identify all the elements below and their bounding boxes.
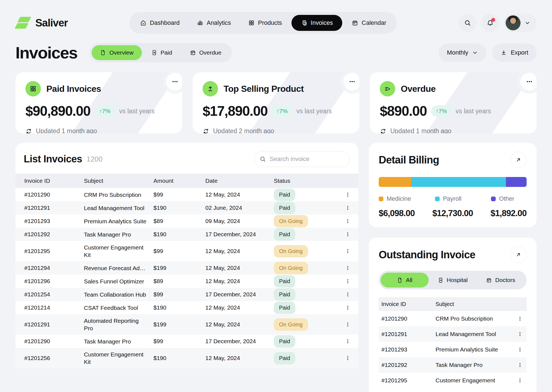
invoice-id: #1201295 <box>379 377 436 384</box>
col-subject: Subject <box>84 178 153 184</box>
stat-more-button[interactable] <box>166 73 182 90</box>
ellipsis-icon <box>526 78 533 85</box>
row-menu-button[interactable] <box>342 229 353 240</box>
row-menu-button[interactable] <box>514 329 526 340</box>
user-menu[interactable] <box>504 14 537 32</box>
invoice-count: 1200 <box>87 155 103 163</box>
table-row[interactable]: #1201290 Task Manager Pro $99 17 Decembe… <box>15 335 358 348</box>
stat-card: Overdue $890.00 ↑7% vs last years Update… <box>370 72 537 133</box>
row-menu-button[interactable] <box>514 375 526 386</box>
col-invoice-id: Invoice ID <box>15 178 84 184</box>
table-row[interactable]: #1201291 Automated Reporting Pro $199 12… <box>15 314 358 335</box>
status-badge: Paid <box>274 189 295 201</box>
status-badge: Paid <box>274 288 295 301</box>
row-menu-button[interactable] <box>342 216 353 227</box>
brand-logo[interactable]: Saliver <box>15 16 68 30</box>
export-button[interactable]: Export <box>492 44 537 62</box>
stat-more-button[interactable] <box>343 73 359 90</box>
row-menu-button[interactable] <box>342 276 353 287</box>
table-row[interactable]: #1201296 Sales Funnel Optimizer $89 12 M… <box>15 275 358 288</box>
nav-item-invoices[interactable]: Invoices <box>291 15 343 31</box>
row-menu-button[interactable] <box>342 246 353 257</box>
nav-item-dashboard[interactable]: Dashboard <box>132 15 187 31</box>
row-menu-button[interactable] <box>342 353 353 364</box>
tab-overdue[interactable]: Overdue <box>182 45 230 60</box>
row-menu-button[interactable] <box>342 302 353 313</box>
outstanding-tab-hospital[interactable]: Hospital <box>429 273 477 288</box>
invoice-date: 12 May, 2024 <box>205 355 274 361</box>
calendar-icon <box>486 277 492 283</box>
stat-title: Top Selling Product <box>224 84 304 94</box>
period-dropdown[interactable]: Monthly <box>439 44 486 62</box>
tab-paid[interactable]: Paid <box>143 45 181 60</box>
stat-title: Paid Invoices <box>46 84 101 94</box>
nav-item-calendar[interactable]: Calendar <box>344 15 394 31</box>
main-nav: Dashboard Analytics Products Invoices Ca… <box>129 12 397 34</box>
notifications-button[interactable] <box>481 14 499 32</box>
outstanding-open-button[interactable] <box>510 246 527 263</box>
invoice-id: #1201290 <box>379 315 436 322</box>
search-icon <box>464 19 471 26</box>
search-button[interactable] <box>458 14 477 32</box>
kebab-icon <box>345 322 351 327</box>
table-row[interactable]: #1201295 Customer Engagement <box>379 373 527 388</box>
refresh-icon <box>380 128 386 134</box>
table-row[interactable]: #1201292 Task Manager Pro <box>379 357 527 373</box>
detail-billing-card: Detail Billing Medicine Payroll Other $6… <box>369 143 537 227</box>
outstanding-tab-doctors[interactable]: Doctors <box>477 273 525 288</box>
table-row[interactable]: #1201254 Team Collaboration Hub $99 17 D… <box>15 288 358 301</box>
row-menu-button[interactable] <box>342 319 353 330</box>
row-menu-button[interactable] <box>342 189 353 200</box>
outstanding-tab-all[interactable]: All <box>381 273 429 288</box>
detail-billing-open-button[interactable] <box>510 152 527 168</box>
invoice-amount: $99 <box>153 338 205 345</box>
row-menu-button[interactable] <box>342 336 353 347</box>
table-row[interactable]: #1201290 CRM Pro Subscription <box>379 311 527 326</box>
invoice-id: #1201292 <box>15 231 84 238</box>
row-menu-button[interactable] <box>514 344 526 355</box>
status-badge: Paid <box>274 228 295 241</box>
table-row[interactable]: #1201294 Revenue Forecast Ad… $199 12 Ma… <box>15 261 358 275</box>
invoice-date: 17 December, 2024 <box>205 338 274 345</box>
outstanding-table-body: #1201290 CRM Pro Subscription #1201291 L… <box>379 311 527 388</box>
legend-swatch <box>379 197 383 201</box>
table-row[interactable]: #1201290 CRM Pro Subscription $99 12 May… <box>15 188 358 201</box>
row-menu-button[interactable] <box>514 359 526 370</box>
doc-copy-icon <box>301 20 307 26</box>
table-row[interactable]: #1201295 Customer Engagement Kit $99 12 … <box>15 241 358 261</box>
row-menu-button[interactable] <box>342 262 353 273</box>
nav-item-analytics[interactable]: Analytics <box>189 15 239 31</box>
right-column: Detail Billing Medicine Payroll Other $6… <box>369 143 537 392</box>
invoice-amount: $190 <box>153 231 205 238</box>
invoice-subject: CRM Pro Subscription <box>436 312 514 325</box>
invoice-id: #1201293 <box>15 218 84 224</box>
col-date: Date <box>205 178 274 184</box>
invoice-search-input[interactable] <box>254 151 350 167</box>
stat-icon-circle <box>203 81 218 96</box>
table-row[interactable]: #1201292 Task Manager Pro $190 17 Decemb… <box>15 228 358 241</box>
stat-compare-label: vs last years <box>119 108 155 115</box>
stat-more-button[interactable] <box>521 73 537 90</box>
kebab-icon <box>345 292 351 297</box>
tab-overview[interactable]: Overview <box>92 45 142 60</box>
stat-delta-badge: ↑7% <box>95 105 115 117</box>
table-row[interactable]: #1201291 Lead Management Tool <box>379 326 527 342</box>
invoice-amount: $190 <box>153 205 205 211</box>
invoice-amount: $190 <box>153 355 205 361</box>
invoice-view-tabs: Overview Paid Overdue <box>89 43 232 62</box>
invoice-date: 09 May, 2024 <box>205 218 274 224</box>
nav-item-products[interactable]: Products <box>240 15 290 31</box>
row-menu-button[interactable] <box>342 202 353 213</box>
stat-amount: $17,890.00 <box>203 103 267 119</box>
table-row[interactable]: #1201293 Premium Analytics Suite <box>379 342 527 357</box>
table-row[interactable]: #1201214 CSAT Feedback Tool $190 12 May,… <box>15 301 358 314</box>
table-row[interactable]: #1201256 Customer Engagement Kit $190 12… <box>15 348 358 368</box>
table-row[interactable]: #1201293 Premium Analytics Suite $89 09 … <box>15 214 358 228</box>
row-menu-button[interactable] <box>342 289 353 300</box>
table-row[interactable]: #1201291 Lead Management Tool $190 02 Ju… <box>15 201 358 214</box>
invoice-date: 12 May, 2024 <box>205 304 274 311</box>
list-invoices-panel: List Invoices 1200 Invoice ID Subject Am… <box>15 143 358 368</box>
row-menu-button[interactable] <box>514 313 526 324</box>
invoice-search <box>254 151 350 167</box>
chart-icon <box>197 20 203 26</box>
